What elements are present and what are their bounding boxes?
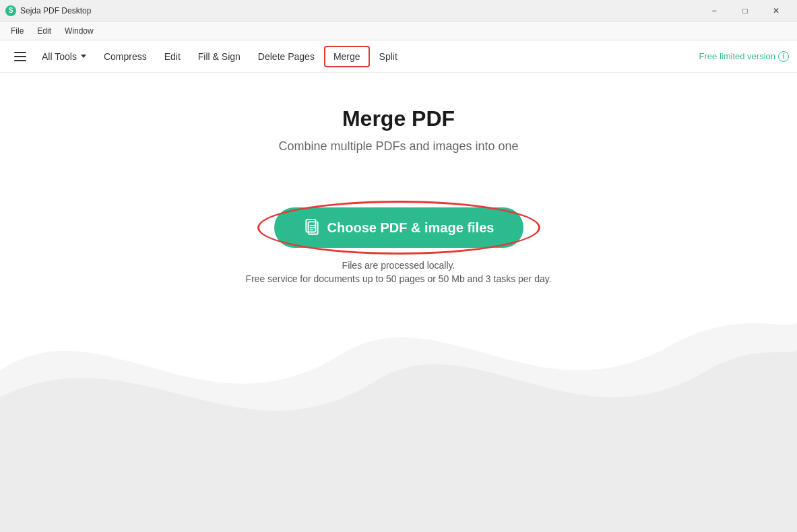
content-over-wave: Choose PDF & image files Files are proce… bbox=[245, 207, 551, 284]
main-content: Merge PDF Combine multiple PDFs and imag… bbox=[0, 73, 797, 532]
free-version-label: Free limited version bbox=[699, 51, 775, 61]
hamburger-line-1 bbox=[14, 52, 26, 53]
all-tools-label: All Tools bbox=[42, 51, 77, 62]
menu-file[interactable]: File bbox=[5, 24, 29, 38]
window-controls: − □ ✕ bbox=[699, 0, 792, 22]
maximize-button[interactable]: □ bbox=[730, 0, 761, 22]
choose-files-button[interactable]: Choose PDF & image files bbox=[274, 207, 523, 248]
info-icon: i bbox=[778, 51, 789, 62]
toolbar-nav: Compress Edit Fill & Sign Delete Pages M… bbox=[96, 46, 406, 67]
menu-bar: File Edit Window bbox=[0, 22, 797, 40]
hamburger-button[interactable] bbox=[8, 44, 32, 69]
chevron-down-icon bbox=[81, 55, 86, 58]
hamburger-line-2 bbox=[14, 56, 26, 57]
processing-note: Files are processed locally. bbox=[342, 260, 455, 271]
toolbar: All Tools Compress Edit Fill & Sign Dele… bbox=[0, 40, 797, 73]
toolbar-left: All Tools Compress Edit Fill & Sign Dele… bbox=[8, 44, 406, 69]
menu-edit[interactable]: Edit bbox=[32, 24, 57, 38]
choose-button-container: Choose PDF & image files bbox=[274, 207, 523, 248]
title-bar: S Sejda PDF Desktop − □ ✕ bbox=[0, 0, 797, 22]
hamburger-icon bbox=[14, 52, 26, 61]
hamburger-line-3 bbox=[14, 60, 26, 61]
close-button[interactable]: ✕ bbox=[761, 0, 792, 22]
nav-fill-sign[interactable]: Fill & Sign bbox=[190, 47, 249, 66]
app-title: Sejda PDF Desktop bbox=[20, 6, 91, 15]
free-version-badge[interactable]: Free limited version i bbox=[699, 51, 789, 62]
page-subtitle: Combine multiple PDFs and images into on… bbox=[278, 139, 518, 154]
app-logo: S bbox=[5, 5, 16, 16]
wave-background bbox=[0, 249, 797, 532]
menu-window[interactable]: Window bbox=[59, 24, 99, 38]
nav-split[interactable]: Split bbox=[371, 47, 406, 66]
nav-edit[interactable]: Edit bbox=[156, 47, 189, 66]
page-title: Merge PDF bbox=[342, 106, 455, 131]
title-bar-left: S Sejda PDF Desktop bbox=[5, 5, 91, 16]
file-icon bbox=[303, 218, 321, 237]
minimize-button[interactable]: − bbox=[699, 0, 730, 22]
nav-delete-pages[interactable]: Delete Pages bbox=[250, 47, 323, 66]
nav-compress[interactable]: Compress bbox=[96, 47, 155, 66]
nav-merge[interactable]: Merge bbox=[324, 46, 370, 67]
all-tools-button[interactable]: All Tools bbox=[35, 47, 93, 66]
service-note: Free service for documents up to 50 page… bbox=[245, 273, 551, 284]
choose-files-label: Choose PDF & image files bbox=[327, 220, 495, 236]
